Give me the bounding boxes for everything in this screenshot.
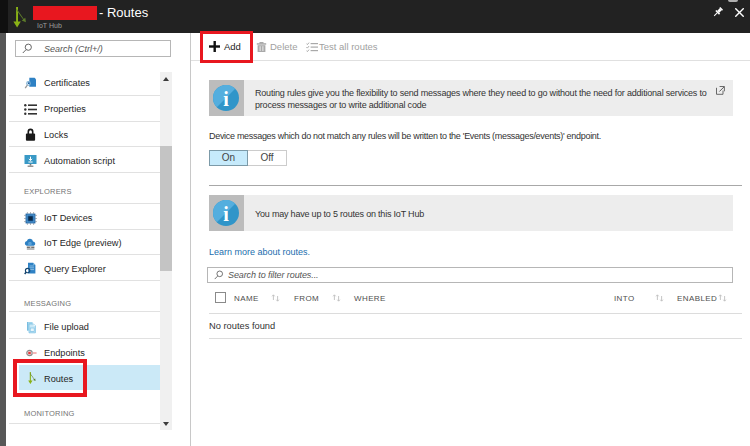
svg-text:i: i xyxy=(223,203,229,225)
svg-text:i: i xyxy=(223,88,229,110)
